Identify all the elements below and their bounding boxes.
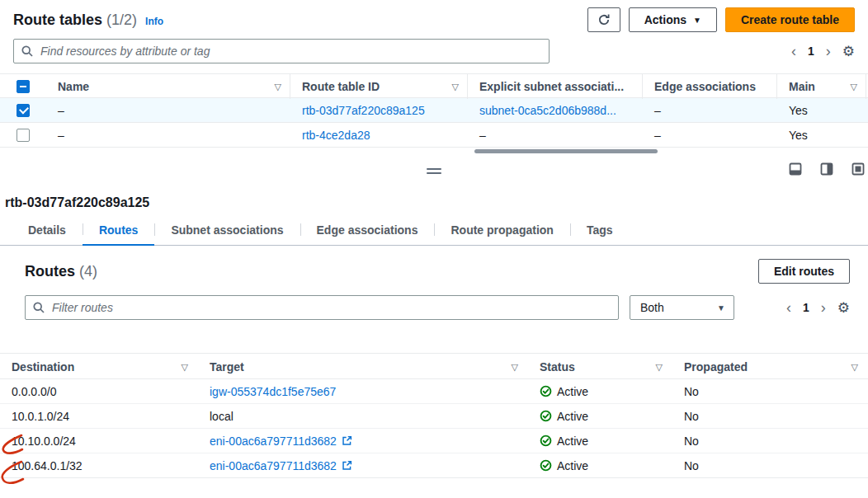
cell-subnet: – <box>468 129 643 142</box>
settings-gear-icon[interactable]: ⚙ <box>837 299 850 317</box>
edit-routes-button[interactable]: Edit routes <box>758 259 850 284</box>
route-tables-page: Route tables (1/2) Info Actions ▼ Create… <box>0 0 868 478</box>
route-scope-value: Both <box>640 301 664 314</box>
panel-side-layout-icon[interactable] <box>820 162 833 176</box>
column-header-target[interactable]: Target ▽ <box>198 354 528 380</box>
tab-subnet-associations[interactable]: Subnet associations <box>154 217 300 245</box>
refresh-button[interactable] <box>587 7 620 32</box>
tab-edge-associations[interactable]: Edge associations <box>300 217 435 245</box>
tab-route-propagation[interactable]: Route propagation <box>434 217 569 245</box>
panel-fullscreen-icon[interactable] <box>851 162 865 176</box>
sort-icon[interactable]: ▽ <box>651 362 663 373</box>
cell-name: – <box>46 104 290 117</box>
sort-icon[interactable]: ▽ <box>507 362 518 373</box>
info-link[interactable]: Info <box>145 16 163 27</box>
status-success-icon <box>540 410 552 422</box>
table-toolbar: ‹ 1 › ⚙ <box>0 35 868 73</box>
subnet-association-link[interactable]: subnet-0ca5c2d06b988d... <box>479 104 616 117</box>
search-box <box>13 39 550 63</box>
panel-layout-controls <box>789 162 868 176</box>
cell-edge-associations: – <box>643 104 777 117</box>
table-row[interactable]: – rtb-03d77af220c89a125 subnet-0ca5c2d06… <box>0 98 868 123</box>
sort-icon[interactable]: ▽ <box>270 82 281 92</box>
status-text: Active <box>557 385 588 398</box>
settings-gear-icon[interactable]: ⚙ <box>842 43 855 60</box>
cell-destination: 10.0.1.0/24 <box>0 410 198 423</box>
detail-title: rtb-03d77af220c89a125 <box>5 195 868 210</box>
routes-filter-box <box>25 295 619 320</box>
route-row[interactable]: 10.0.1.0/24 local Active No <box>0 404 868 429</box>
tab-tags[interactable]: Tags <box>570 217 630 245</box>
previous-page-button[interactable]: ‹ <box>791 44 796 59</box>
cell-destination: 10.10.0.0/24 <box>0 435 198 448</box>
column-header-explicit-subnet[interactable]: Explicit subnet associati... <box>468 74 643 99</box>
external-link-icon[interactable] <box>342 435 352 446</box>
route-row[interactable]: 100.64.0.1/32 eni-00ac6a797711d3682 <box>0 453 868 478</box>
next-page-button[interactable]: › <box>826 44 831 59</box>
cell-destination: 0.0.0.0/0 <box>0 385 198 398</box>
horizontal-scrollbar-thumb[interactable] <box>474 149 658 153</box>
routes-title: Routes (4) <box>25 263 97 280</box>
external-link-icon[interactable] <box>342 460 352 471</box>
sort-icon[interactable]: ▽ <box>846 82 857 92</box>
page-number[interactable]: 1 <box>808 45 814 58</box>
tab-details[interactable]: Details <box>12 217 83 245</box>
cell-propagated: No <box>672 385 868 398</box>
cell-edge-associations: – <box>643 129 777 142</box>
column-header-status[interactable]: Status ▽ <box>528 354 672 380</box>
refresh-icon <box>597 13 611 26</box>
target-link[interactable]: eni-00ac6a797711d3682 <box>210 459 337 472</box>
cell-propagated: No <box>672 410 868 423</box>
caret-down-icon: ▼ <box>717 303 725 312</box>
search-icon <box>32 301 45 314</box>
row-checkbox[interactable] <box>17 104 30 117</box>
route-table-id-link[interactable]: rtb-4ce2da28 <box>302 129 370 142</box>
pagination: ‹ 1 › ⚙ <box>791 43 855 60</box>
detail-panel: rtb-03d77af220c89a125 Details Routes Sub… <box>0 195 868 478</box>
page-title: Route tables (1/2) <box>13 12 137 29</box>
search-input[interactable] <box>13 39 550 63</box>
status-text: Active <box>557 459 588 472</box>
actions-label: Actions <box>644 13 686 26</box>
column-header-route-table-id[interactable]: Route table ID ▽ <box>290 74 468 99</box>
route-row[interactable]: 0.0.0.0/0 igw-055374dc1f5e75e67 Active N… <box>0 379 868 404</box>
route-row[interactable]: 10.10.0.0/24 eni-00ac6a797711d3682 <box>0 429 868 453</box>
select-all-checkbox[interactable] <box>17 80 30 93</box>
cell-target: local <box>198 410 528 423</box>
routes-panel: Routes (4) Edit routes Both ▼ <box>0 246 868 478</box>
status-text: Active <box>557 435 588 448</box>
routes-table: Destination ▽ Target ▽ Status ▽ Propagat… <box>0 353 868 478</box>
actions-button[interactable]: Actions ▼ <box>629 7 717 32</box>
split-drag-handle[interactable] <box>427 166 441 176</box>
column-header-edge-associations[interactable]: Edge associations <box>643 74 777 99</box>
panel-bottom-layout-icon[interactable] <box>789 162 802 176</box>
search-icon <box>21 45 34 58</box>
route-table-id-link[interactable]: rtb-03d77af220c89a125 <box>302 104 425 117</box>
page-number[interactable]: 1 <box>803 301 809 314</box>
target-link[interactable]: igw-055374dc1f5e75e67 <box>210 385 336 398</box>
cell-propagated: No <box>672 435 868 448</box>
cell-name: – <box>46 129 290 142</box>
routes-filter-input[interactable] <box>25 295 619 320</box>
tab-routes[interactable]: Routes <box>83 217 154 246</box>
cell-main: Yes <box>777 129 866 142</box>
routes-header-row: Destination ▽ Target ▽ Status ▽ Propagat… <box>0 353 868 379</box>
target-link[interactable]: eni-00ac6a797711d3682 <box>210 435 337 448</box>
table-row[interactable]: – rtb-4ce2da28 – – Yes <box>0 123 868 148</box>
column-header-name[interactable]: Name ▽ <box>46 74 290 99</box>
selected-count: (1/2) <box>106 12 137 28</box>
sort-icon[interactable]: ▽ <box>447 82 459 92</box>
column-header-destination[interactable]: Destination ▽ <box>0 354 198 380</box>
sort-icon[interactable]: ▽ <box>847 362 858 373</box>
split-panel-divider <box>0 156 868 195</box>
column-header-propagated[interactable]: Propagated ▽ <box>672 354 868 380</box>
create-route-table-button[interactable]: Create route table <box>725 7 855 32</box>
next-page-button[interactable]: › <box>821 300 826 315</box>
row-checkbox[interactable] <box>17 129 30 142</box>
previous-page-button[interactable]: ‹ <box>786 300 791 315</box>
route-scope-select[interactable]: Both ▼ <box>630 295 734 320</box>
column-header-main[interactable]: Main ▽ <box>777 74 866 99</box>
status-success-icon <box>540 385 552 397</box>
routes-pagination: ‹ 1 › ⚙ <box>786 299 850 317</box>
sort-icon[interactable]: ▽ <box>177 362 188 373</box>
